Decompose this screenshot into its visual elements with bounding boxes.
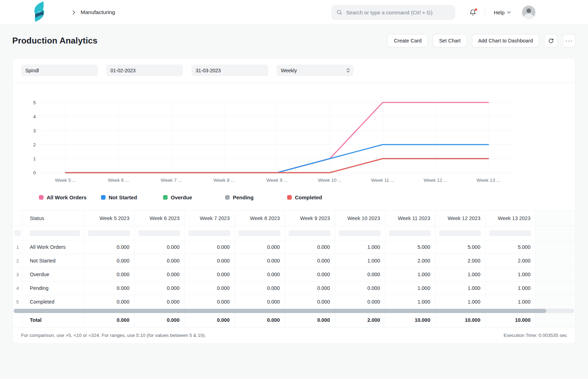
value-cell[interactable]: 0.000 — [185, 268, 235, 281]
value-cell[interactable]: 0.000 — [185, 254, 235, 267]
name-filter-input[interactable] — [21, 65, 98, 76]
frequency-select[interactable]: Weekly — [277, 65, 353, 76]
value-cell[interactable]: 0.000 — [335, 295, 385, 308]
value-cell[interactable]: 0.000 — [235, 254, 285, 267]
value-cell[interactable]: 1.000 — [435, 281, 486, 295]
value-cell[interactable]: 0.000 — [85, 268, 135, 281]
value-cell[interactable]: 0.000 — [85, 281, 135, 295]
page-header: Production Analytics Create Card Set Cha… — [12, 34, 576, 47]
value-cell[interactable]: 5.000 — [486, 240, 536, 254]
refresh-button[interactable] — [544, 34, 557, 47]
breadcrumb-item-manufacturing[interactable]: Manufacturing — [81, 9, 115, 15]
column-filter-input[interactable] — [238, 230, 281, 236]
column-filter-input[interactable] — [289, 230, 331, 236]
column-header[interactable]: Week 5 2023 — [85, 211, 135, 226]
add-chart-to-dashboard-button[interactable]: Add Chart to Dashboard — [472, 34, 539, 47]
filter-cell — [285, 226, 335, 240]
column-filter-input[interactable] — [339, 230, 381, 236]
value-cell[interactable]: 0.000 — [335, 281, 385, 295]
status-cell[interactable]: Not Started — [23, 254, 85, 267]
filter-cell — [335, 226, 385, 240]
search-input[interactable] — [346, 9, 450, 15]
value-cell[interactable]: 0.000 — [235, 295, 285, 308]
column-filter-input[interactable] — [389, 230, 431, 236]
value-cell[interactable]: 0.000 — [185, 281, 235, 295]
value-cell[interactable]: 0.000 — [85, 254, 135, 267]
horizontal-scrollbar-thumb[interactable] — [14, 309, 546, 313]
more-menu-button[interactable]: ··· — [562, 34, 576, 47]
column-filter-input[interactable] — [188, 230, 230, 236]
value-cell[interactable]: 1.000 — [486, 295, 536, 308]
status-cell[interactable]: Completed — [23, 295, 85, 308]
value-cell[interactable]: 0.000 — [285, 295, 335, 308]
user-avatar[interactable] — [522, 6, 535, 19]
value-cell[interactable]: 0.000 — [285, 240, 335, 254]
value-cell[interactable]: 5.000 — [435, 240, 486, 254]
value-cell[interactable]: 0.000 — [135, 281, 185, 295]
value-cell[interactable]: 5.000 — [385, 240, 435, 254]
column-filter-input[interactable] — [138, 230, 180, 236]
row-index[interactable]: 1 — [13, 240, 23, 254]
set-chart-button[interactable]: Set Chart — [433, 34, 467, 47]
column-header[interactable]: Week 7 2023 — [185, 211, 235, 226]
row-index[interactable]: 4 — [13, 281, 23, 295]
value-cell[interactable]: 0.000 — [285, 281, 335, 295]
value-cell[interactable]: 0.000 — [135, 254, 185, 267]
value-cell[interactable]: 1.000 — [385, 295, 435, 308]
value-cell[interactable]: 1.000 — [435, 295, 486, 308]
row-index[interactable]: 5 — [13, 295, 23, 308]
column-header[interactable]: Status — [23, 211, 85, 226]
value-cell[interactable]: 0.000 — [235, 268, 285, 281]
total-label-cell: Total — [23, 313, 85, 327]
table-row: 5Completed0.0000.0000.0000.0000.0000.000… — [13, 295, 575, 309]
value-cell[interactable]: 0.000 — [235, 240, 285, 254]
from-date-input[interactable] — [106, 65, 183, 76]
row-index[interactable]: 3 — [13, 268, 23, 281]
column-header[interactable]: Week 13 2023 — [486, 211, 536, 226]
column-filter-input[interactable] — [439, 230, 481, 236]
value-cell[interactable]: 1.000 — [385, 268, 435, 281]
column-filter-input[interactable] — [14, 230, 21, 236]
value-cell[interactable]: 0.000 — [135, 295, 185, 308]
legend-label: Not Started — [109, 194, 137, 200]
create-card-button[interactable]: Create Card — [387, 34, 428, 47]
global-search[interactable] — [331, 5, 455, 20]
value-cell[interactable]: 2.000 — [486, 254, 536, 267]
value-cell[interactable]: 0.000 — [285, 268, 335, 281]
column-filter-input[interactable] — [88, 230, 130, 236]
column-header[interactable]: Week 12 2023 — [435, 211, 486, 226]
value-cell[interactable]: 1.000 — [435, 268, 486, 281]
value-cell[interactable]: 2.000 — [435, 254, 486, 267]
value-cell[interactable]: 2.000 — [385, 254, 435, 267]
status-cell[interactable]: Overdue — [23, 268, 85, 281]
status-cell[interactable]: Pending — [23, 281, 85, 295]
value-cell[interactable]: 0.000 — [135, 240, 185, 254]
to-date-input[interactable] — [191, 65, 268, 76]
value-cell[interactable]: 0.000 — [335, 268, 385, 281]
app-logo[interactable] — [32, 1, 47, 23]
value-cell[interactable]: 0.000 — [285, 254, 335, 267]
row-index[interactable]: 2 — [13, 254, 23, 267]
legend-swatch-icon — [101, 195, 106, 200]
value-cell[interactable]: 1.000 — [486, 268, 536, 281]
status-cell[interactable]: All Work Orders — [23, 240, 85, 254]
value-cell[interactable]: 0.000 — [235, 281, 285, 295]
column-filter-input[interactable] — [489, 230, 531, 236]
value-cell[interactable]: 0.000 — [185, 295, 235, 308]
notifications-button[interactable] — [469, 9, 477, 16]
value-cell[interactable]: 0.000 — [85, 240, 135, 254]
column-header[interactable]: Week 11 2023 — [385, 211, 435, 226]
value-cell[interactable]: 1.000 — [335, 240, 385, 254]
column-filter-input[interactable] — [30, 230, 80, 236]
value-cell[interactable]: 0.000 — [135, 268, 185, 281]
value-cell[interactable]: 0.000 — [185, 240, 235, 254]
help-menu[interactable]: Help — [494, 9, 511, 15]
value-cell[interactable]: 1.000 — [486, 281, 536, 295]
value-cell[interactable]: 1.000 — [385, 281, 435, 295]
column-header[interactable]: Week 6 2023 — [135, 211, 185, 226]
column-header[interactable]: Week 10 2023 — [335, 211, 385, 226]
column-header[interactable]: Week 9 2023 — [285, 211, 335, 226]
value-cell[interactable]: 1.000 — [335, 254, 385, 267]
value-cell[interactable]: 0.000 — [85, 295, 135, 308]
column-header[interactable]: Week 8 2023 — [235, 211, 285, 226]
